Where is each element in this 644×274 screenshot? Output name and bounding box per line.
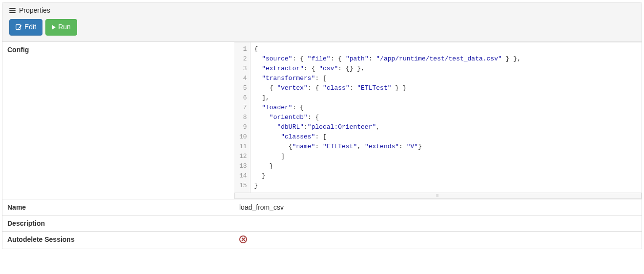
description-label: Description — [2, 215, 234, 231]
false-icon — [239, 235, 247, 243]
edit-button[interactable]: Edit — [9, 19, 42, 36]
description-value — [234, 215, 642, 231]
edit-button-label: Edit — [24, 22, 36, 32]
code-gutter: 123456789101112131415 — [234, 42, 250, 193]
run-button-label: Run — [58, 22, 71, 32]
code-editor[interactable]: 123456789101112131415 { "source": { "fil… — [234, 42, 642, 193]
name-label: Name — [2, 199, 234, 215]
edit-icon — [16, 24, 22, 30]
properties-panel: Properties Edit Run Config — [2, 2, 642, 249]
panel-title: Properties — [19, 6, 50, 14]
panel-header: Properties Edit Run — [2, 2, 642, 42]
code-content[interactable]: { "source": { "file": { "path": "/app/ru… — [250, 42, 642, 193]
name-value: load_from_csv — [234, 199, 642, 215]
toolbar: Edit Run — [9, 19, 635, 36]
run-button[interactable]: Run — [45, 19, 77, 36]
play-icon — [52, 25, 56, 30]
properties-table: Config 123456789101112131415 { "source":… — [2, 42, 642, 249]
autodelete-label: Autodelete Sessions — [2, 231, 234, 249]
resize-handle[interactable]: ≡ — [234, 193, 642, 199]
autodelete-value — [234, 231, 642, 249]
hamburger-icon[interactable] — [9, 8, 16, 13]
config-label: Config — [2, 42, 234, 199]
